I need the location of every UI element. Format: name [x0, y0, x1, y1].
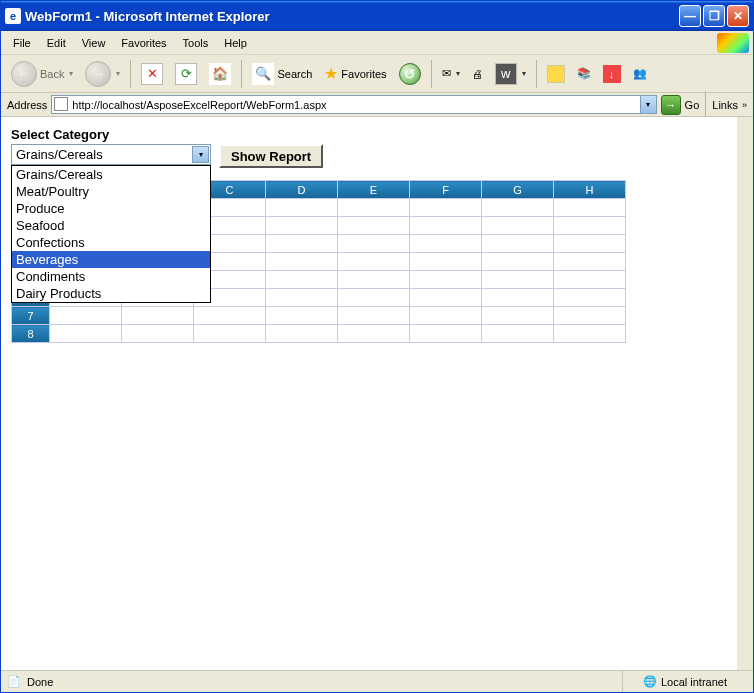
cell[interactable]	[122, 325, 194, 343]
option-seafood[interactable]: Seafood	[12, 217, 210, 234]
cell[interactable]	[482, 325, 554, 343]
cell[interactable]	[482, 289, 554, 307]
col-header-g[interactable]: G	[482, 181, 554, 199]
menu-file[interactable]: File	[5, 34, 39, 52]
cell[interactable]	[554, 307, 626, 325]
menubar: File Edit View Favorites Tools Help	[1, 31, 753, 55]
go-button[interactable]: →	[661, 95, 681, 115]
history-button[interactable]: ↺	[395, 61, 425, 87]
col-header-h[interactable]: H	[554, 181, 626, 199]
menu-tools[interactable]: Tools	[175, 34, 217, 52]
cell[interactable]	[410, 271, 482, 289]
cell[interactable]	[554, 271, 626, 289]
row-header-7[interactable]: 7	[12, 307, 50, 325]
cell[interactable]	[410, 199, 482, 217]
cell[interactable]	[482, 271, 554, 289]
print-button[interactable]: 🖨	[468, 66, 487, 82]
vertical-scrollbar[interactable]: ▴ ▾	[737, 117, 753, 670]
cell[interactable]	[410, 217, 482, 235]
messenger-icon: 👥	[633, 67, 647, 80]
cell[interactable]	[482, 253, 554, 271]
cell[interactable]	[50, 307, 122, 325]
cell[interactable]	[338, 325, 410, 343]
col-header-e[interactable]: E	[338, 181, 410, 199]
address-dropdown-button[interactable]: ▾	[641, 95, 657, 114]
edit-button[interactable]: w▾	[491, 61, 530, 87]
messenger-button[interactable]: 👥	[629, 65, 651, 82]
forward-button[interactable]: → ▾	[81, 59, 124, 89]
cell[interactable]	[482, 199, 554, 217]
cell[interactable]	[122, 307, 194, 325]
scroll-down-button[interactable]: ▾	[738, 654, 753, 670]
option-condiments[interactable]: Condiments	[12, 268, 210, 285]
option-grains-cereals[interactable]: Grains/Cereals	[12, 166, 210, 183]
select-dropdown-button[interactable]: ▾	[192, 146, 209, 163]
show-report-button[interactable]: Show Report	[219, 144, 323, 168]
cell[interactable]	[482, 307, 554, 325]
minimize-button[interactable]: —	[679, 5, 701, 27]
menu-edit[interactable]: Edit	[39, 34, 74, 52]
cell[interactable]	[482, 235, 554, 253]
cell[interactable]	[554, 325, 626, 343]
cell[interactable]	[410, 325, 482, 343]
search-button[interactable]: 🔍 Search	[248, 61, 316, 87]
home-button[interactable]: 🏠	[205, 61, 235, 87]
cell[interactable]	[554, 289, 626, 307]
content-area: ▴ ▾ Select Category Grains/Cereals ▾ Gra…	[1, 117, 753, 670]
cell[interactable]	[266, 271, 338, 289]
security-zone[interactable]: 🌐 Local intranet	[622, 671, 747, 692]
research-button[interactable]: 📚	[573, 65, 595, 82]
cell[interactable]	[266, 217, 338, 235]
cell[interactable]	[554, 235, 626, 253]
cell[interactable]	[266, 307, 338, 325]
back-button[interactable]: ← Back ▾	[7, 59, 77, 89]
cell[interactable]	[410, 253, 482, 271]
cell[interactable]	[338, 307, 410, 325]
row-header-8[interactable]: 8	[12, 325, 50, 343]
cell[interactable]	[338, 271, 410, 289]
cell[interactable]	[266, 253, 338, 271]
cell[interactable]	[266, 235, 338, 253]
option-beverages[interactable]: Beverages	[12, 251, 210, 268]
cell[interactable]	[194, 307, 266, 325]
close-button[interactable]: ✕	[727, 5, 749, 27]
favorites-button[interactable]: ★ Favorites	[320, 62, 390, 85]
option-dairy-products[interactable]: Dairy Products	[12, 285, 210, 302]
scroll-up-button[interactable]: ▴	[738, 117, 753, 133]
cell[interactable]	[554, 199, 626, 217]
titlebar[interactable]: e WebForm1 - Microsoft Internet Explorer…	[1, 1, 753, 31]
stop-button[interactable]: ✕	[137, 61, 167, 87]
cell[interactable]	[338, 289, 410, 307]
notes-button[interactable]	[543, 63, 569, 85]
menu-view[interactable]: View	[74, 34, 114, 52]
cell[interactable]	[554, 253, 626, 271]
cell[interactable]	[482, 217, 554, 235]
cell[interactable]	[194, 325, 266, 343]
cell[interactable]	[338, 253, 410, 271]
cell[interactable]	[266, 289, 338, 307]
cell[interactable]	[338, 235, 410, 253]
cell[interactable]	[554, 217, 626, 235]
cell[interactable]	[50, 325, 122, 343]
category-select[interactable]: Grains/Cereals ▾	[11, 144, 211, 165]
cell[interactable]	[410, 307, 482, 325]
links-chevron-icon[interactable]: »	[742, 100, 747, 110]
cell[interactable]	[266, 199, 338, 217]
cell[interactable]	[410, 235, 482, 253]
option-produce[interactable]: Produce	[12, 200, 210, 217]
refresh-button[interactable]: ⟳	[171, 61, 201, 87]
mail-button[interactable]: ✉▾	[438, 65, 464, 82]
menu-help[interactable]: Help	[216, 34, 255, 52]
cell[interactable]	[266, 325, 338, 343]
cell[interactable]	[338, 199, 410, 217]
cell[interactable]	[338, 217, 410, 235]
col-header-d[interactable]: D	[266, 181, 338, 199]
cell[interactable]	[410, 289, 482, 307]
address-input[interactable]	[51, 95, 640, 114]
maximize-button[interactable]: ❐	[703, 5, 725, 27]
option-meat-poultry[interactable]: Meat/Poultry	[12, 183, 210, 200]
menu-favorites[interactable]: Favorites	[113, 34, 174, 52]
option-confections[interactable]: Confections	[12, 234, 210, 251]
download-button[interactable]: ↓	[599, 63, 625, 85]
col-header-f[interactable]: F	[410, 181, 482, 199]
